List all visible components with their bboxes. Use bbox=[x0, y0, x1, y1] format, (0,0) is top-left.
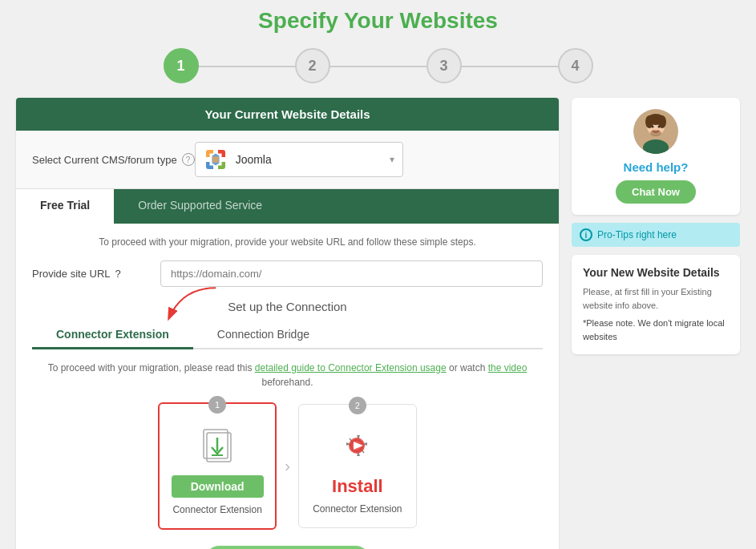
install-icon bbox=[307, 424, 408, 468]
new-website-card: Your New Website Details Please, at firs… bbox=[572, 255, 740, 354]
steps-chevron-icon: › bbox=[285, 457, 290, 475]
step-3: 3 bbox=[427, 48, 462, 83]
step-circle-4[interactable]: 4 bbox=[558, 48, 593, 83]
step1-badge: 1 bbox=[208, 396, 226, 414]
guide-text: To proceed with your migration, please r… bbox=[32, 361, 543, 390]
new-website-desc: Please, at first fill in your Existing w… bbox=[583, 285, 729, 312]
instruction-text: To proceed with your migration, provide … bbox=[32, 236, 543, 248]
left-panel: Your Current Website Details Select Curr… bbox=[16, 98, 559, 549]
main-layout: Your Current Website Details Select Curr… bbox=[16, 98, 740, 549]
page-title: Specify Your Websites bbox=[16, 8, 740, 34]
info-icon: i bbox=[580, 228, 592, 241]
guide-link[interactable]: detailed guide to Connector Extension us… bbox=[255, 362, 447, 373]
steps-cards: 1 Download bbox=[32, 402, 543, 530]
cms-value: Joomla bbox=[236, 153, 382, 166]
protips-bar: i Pro-Tips right here bbox=[572, 223, 740, 247]
site-url-input[interactable] bbox=[160, 260, 543, 287]
install-card: 2 bbox=[298, 404, 417, 528]
step-4: 4 bbox=[558, 48, 593, 83]
step-1: 1 bbox=[164, 48, 199, 83]
step-line bbox=[170, 66, 587, 67]
new-website-note: *Please note. We don't migrate local web… bbox=[583, 317, 729, 343]
help-card: Need help? Chat Now bbox=[572, 98, 740, 215]
avatar bbox=[633, 109, 678, 154]
steps-progress: 1 2 3 4 bbox=[16, 48, 740, 83]
new-website-title: Your New Website Details bbox=[583, 266, 729, 279]
svg-point-16 bbox=[650, 130, 661, 136]
panel-header: Your Current Website Details bbox=[16, 98, 559, 131]
step-circle-3[interactable]: 3 bbox=[427, 48, 462, 83]
setup-title: Set up the Connection bbox=[32, 300, 543, 313]
step-circle-2[interactable]: 2 bbox=[295, 48, 330, 83]
step2-badge: 2 bbox=[349, 397, 366, 414]
install-label: Install bbox=[307, 476, 408, 497]
tabs-bar: Free Trial Order Supported Service bbox=[16, 189, 559, 224]
need-help-text: Need help? bbox=[624, 160, 689, 174]
sub-tab-bridge[interactable]: Connection Bridge bbox=[193, 321, 334, 349]
cms-select[interactable]: Joomla ▾ bbox=[195, 142, 403, 177]
download-card-label: Connector Extension bbox=[168, 504, 267, 515]
chat-now-button[interactable]: Chat Now bbox=[616, 180, 696, 204]
red-arrow-icon bbox=[156, 285, 228, 325]
tab-supported-service[interactable]: Order Supported Service bbox=[114, 189, 286, 224]
protips-text: Pro-Tips right here bbox=[597, 229, 677, 240]
cms-help-icon[interactable]: ? bbox=[182, 153, 195, 166]
download-icon bbox=[168, 423, 267, 467]
url-help-icon[interactable]: ? bbox=[115, 268, 121, 280]
cms-chevron-icon: ▾ bbox=[390, 154, 394, 165]
step-2: 2 bbox=[295, 48, 330, 83]
download-card: 1 Download bbox=[158, 402, 277, 530]
right-panel: Need help? Chat Now i Pro-Tips right her… bbox=[572, 98, 740, 549]
install-card-label: Connector Extension bbox=[307, 503, 408, 515]
cms-label: Select Current CMS/forum type ? bbox=[32, 153, 195, 166]
svg-point-14 bbox=[652, 126, 654, 128]
joomla-logo bbox=[204, 147, 228, 172]
url-label: Provide site URL ? bbox=[32, 268, 160, 280]
video-link[interactable]: the video bbox=[488, 362, 528, 373]
verify-button[interactable]: Verify Connection bbox=[204, 546, 371, 549]
step-circle-1[interactable]: 1 bbox=[164, 48, 199, 83]
svg-point-15 bbox=[658, 126, 661, 128]
url-row: Provide site URL ? bbox=[32, 260, 543, 287]
download-button[interactable]: Download bbox=[172, 475, 264, 498]
content-area: To proceed with your migration, provide … bbox=[16, 224, 559, 549]
tab-free-trial[interactable]: Free Trial bbox=[16, 189, 114, 224]
cms-row: Select Current CMS/forum type ? Joomla ▾ bbox=[16, 131, 559, 189]
sub-tabs: Connector Extension Connection Bridge bbox=[32, 321, 543, 349]
sub-tab-connector[interactable]: Connector Extension bbox=[32, 321, 193, 349]
